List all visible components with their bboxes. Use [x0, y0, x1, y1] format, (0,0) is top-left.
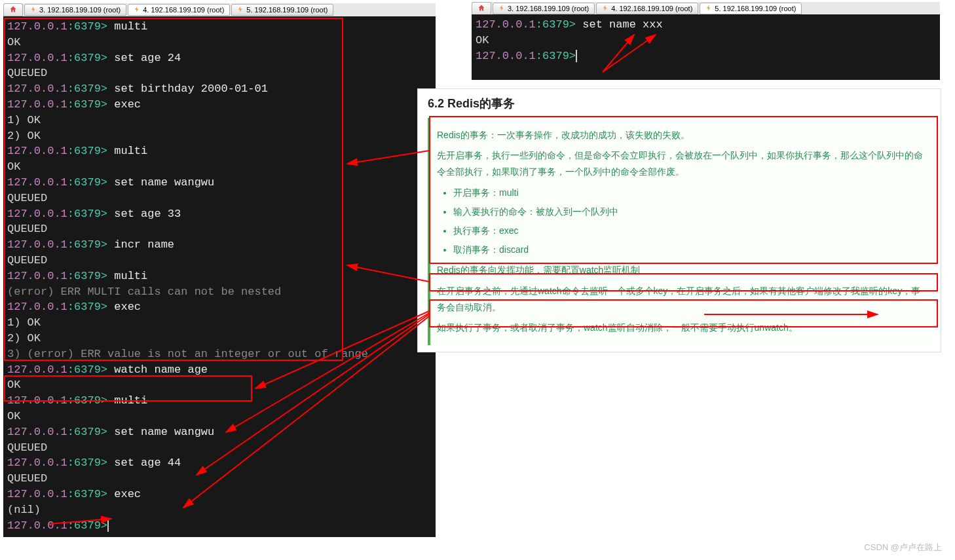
doc-p1: Redis的事务：一次事务操作，改成功的成功，该失败的失败。 — [437, 127, 924, 143]
terminal-line: 127.0.0.1:6379> incr name — [7, 237, 432, 253]
doc-p2: 先开启事务，执行一些列的命令，但是命令不会立即执行，会被放在一个队列中，如果你执… — [437, 147, 924, 180]
tab-label: 4. 192.168.199.109 (root) — [611, 5, 692, 12]
terminal-line: 127.0.0.1:6379> multi — [7, 19, 432, 35]
terminal-line: QUEUED — [7, 471, 432, 487]
lightning-icon — [30, 6, 37, 14]
terminal-line: 1) OK — [7, 113, 432, 128]
terminal-line: 2) OK — [7, 128, 432, 144]
watermark: CSDN @卢卢在路上 — [864, 542, 942, 553]
terminal-line: OK — [7, 159, 432, 175]
tab-bar-right: 3. 192.168.199.109 (root)4. 192.168.199.… — [472, 2, 940, 15]
doc-li3: 执行事务：exec — [453, 223, 924, 239]
terminal-line: OK — [476, 33, 936, 48]
doc-p5: 如果执行了事务，或者取消了事务，watch监听自动消除，一般不需要手动执行unw… — [437, 320, 924, 336]
terminal-line: 127.0.0.1:6379> set birthday 2000-01-01 — [7, 81, 432, 97]
doc-li2: 输入要执行的命令：被放入到一个队列中 — [453, 204, 924, 220]
tab-2[interactable]: 4. 192.168.199.109 (root) — [596, 3, 698, 14]
lightning-icon — [705, 5, 712, 12]
tab-label: 5. 192.168.199.109 (root) — [246, 6, 328, 14]
terminal-line: 127.0.0.1:6379> exec — [7, 299, 432, 315]
terminal-line: 127.0.0.1:6379> set age 24 — [7, 50, 432, 66]
terminal-line: 127.0.0.1:6379> exec — [7, 97, 432, 113]
house-icon — [9, 5, 17, 14]
terminal-line: QUEUED — [7, 65, 432, 81]
tab-label: 4. 192.168.199.109 (root) — [143, 6, 224, 14]
tab-1[interactable]: 3. 192.168.199.109 (root) — [24, 4, 126, 16]
terminal-line: QUEUED — [7, 440, 432, 456]
terminal-line: 127.0.0.1:6379> multi — [7, 143, 432, 159]
terminal-line: 2) OK — [7, 331, 432, 346]
terminal-line: 127.0.0.1:6379> set name wangwu — [7, 424, 432, 440]
lightning-icon — [602, 5, 609, 12]
doc-title: 6.2 Redis的事务 — [428, 96, 931, 111]
terminal-line: 127.0.0.1:6379> — [476, 48, 936, 64]
terminal-line: QUEUED — [7, 221, 432, 237]
terminal-line: 1) OK — [7, 315, 432, 331]
tab-0[interactable] — [472, 2, 491, 15]
lightning-icon — [237, 6, 244, 14]
terminal-right[interactable]: 127.0.0.1:6379> set name xxxOK127.0.0.1:… — [472, 14, 940, 80]
terminal-line: 127.0.0.1:6379> — [7, 518, 432, 534]
terminal-line: 127.0.0.1:6379> watch name age — [7, 362, 432, 378]
terminal-line: (nil) — [7, 502, 432, 518]
doc-li1: 开启事务：multi — [453, 185, 924, 201]
terminal-line: 127.0.0.1:6379> set name wangwu — [7, 175, 432, 191]
terminal-line: OK — [7, 409, 432, 424]
tab-label: 3. 192.168.199.109 (root) — [508, 5, 589, 12]
tab-0[interactable] — [3, 3, 23, 16]
tab-label: 5. 192.168.199.109 (root) — [715, 5, 796, 12]
tab-2[interactable]: 4. 192.168.199.109 (root) — [128, 4, 230, 16]
terminal-line: 127.0.0.1:6379> multi — [7, 269, 432, 284]
terminal-line: OK — [7, 377, 432, 393]
doc-p4: 在开启事务之前，先通过watch命令去监听一个或多个key，在开启事务之后，如果… — [437, 283, 924, 316]
tab-3[interactable]: 5. 192.168.199.109 (root) — [231, 4, 333, 16]
terminal-line: 127.0.0.1:6379> set name xxx — [476, 17, 936, 33]
lightning-icon — [134, 6, 140, 14]
terminal-line: OK — [7, 35, 432, 50]
terminal-line: 127.0.0.1:6379> set age 33 — [7, 206, 432, 222]
terminal-line: QUEUED — [7, 191, 432, 206]
tab-bar-left: 3. 192.168.199.109 (root)4. 192.168.199.… — [3, 3, 436, 16]
doc-panel: 6.2 Redis的事务 Redis的事务：一次事务操作，改成功的成功，该失败的… — [417, 88, 941, 352]
terminal-line: 127.0.0.1:6379> multi — [7, 393, 432, 409]
tab-1[interactable]: 3. 192.168.199.109 (root) — [493, 3, 595, 14]
doc-li4: 取消事务：discard — [453, 242, 924, 258]
house-icon — [478, 4, 485, 13]
lightning-icon — [498, 5, 505, 12]
doc-quote: Redis的事务：一次事务操作，改成功的成功，该失败的失败。 先开启事务，执行一… — [428, 118, 931, 345]
tab-label: 3. 192.168.199.109 (root) — [39, 6, 121, 14]
terminal-left[interactable]: 127.0.0.1:6379> multiOK127.0.0.1:6379> s… — [3, 16, 436, 537]
doc-p3: Redis的事务向发挥功能，需要配置watch监听机制 — [437, 262, 924, 278]
terminal-line: 3) (error) ERR value is not an integer o… — [7, 346, 432, 362]
terminal-line: (error) ERR MULTI calls can not be neste… — [7, 284, 432, 300]
terminal-line: 127.0.0.1:6379> exec — [7, 487, 432, 502]
terminal-line: QUEUED — [7, 253, 432, 269]
terminal-line: 127.0.0.1:6379> set age 44 — [7, 455, 432, 471]
tab-3[interactable]: 5. 192.168.199.109 (root) — [700, 3, 802, 14]
